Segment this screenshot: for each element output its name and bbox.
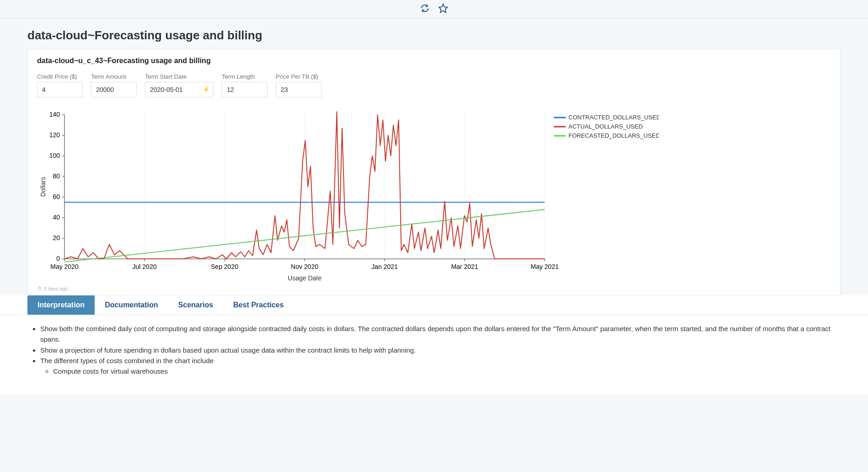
meta-timestamp: ⏱ 3 days ago xyxy=(37,286,831,291)
card: data-cloud~u_c_43~Forecasting usage and … xyxy=(27,49,841,295)
legend-label: ACTUAL_DOLLARS_USED xyxy=(568,123,643,130)
page-title: data-cloud~Forecasting usage and billing xyxy=(27,28,841,43)
y-tick-label: 60 xyxy=(53,193,60,200)
x-axis-label: Usage Date xyxy=(288,274,321,282)
chart-area: 020406080100120140DollarsMay 2020Jul 202… xyxy=(37,106,831,284)
refresh-icon[interactable] xyxy=(420,3,430,15)
interpretation-bullet: The different types of costs combined in… xyxy=(40,355,841,377)
y-tick-label: 40 xyxy=(53,214,60,221)
credit-price-input[interactable] xyxy=(37,82,83,97)
interpretation-bullet: Show both the combined daily cost of com… xyxy=(40,323,841,345)
tab-best-practices[interactable]: Best Practices xyxy=(223,295,294,315)
lightning-icon[interactable]: ⚡ xyxy=(203,86,210,93)
term-length-input[interactable] xyxy=(222,82,268,97)
x-tick-label: May 2021 xyxy=(530,263,559,270)
param-credit-price: Credit Price ($) xyxy=(37,73,83,97)
tab-interpretation[interactable]: Interpretation xyxy=(27,295,95,315)
price-per-tb-input[interactable] xyxy=(276,82,321,97)
interpretation-bullet: Show a projection of future spending in … xyxy=(40,345,841,355)
x-tick-label: Jul 2020 xyxy=(133,263,157,270)
param-label: Price Per TB ($) xyxy=(276,73,321,80)
param-term-length: Term Length xyxy=(222,73,268,97)
line-chart: 020406080100120140DollarsMay 2020Jul 202… xyxy=(37,110,659,284)
legend: CONTRACTED_DOLLARS_USEDACTUAL_DOLLARS_US… xyxy=(554,114,659,139)
y-tick-label: 120 xyxy=(49,131,60,139)
y-tick-label: 140 xyxy=(49,111,60,118)
param-price-per-tb: Price Per TB ($) xyxy=(276,73,321,97)
param-label: Credit Price ($) xyxy=(37,73,83,80)
param-label: Term Length xyxy=(222,73,268,80)
tab-documentation[interactable]: Documentation xyxy=(95,295,168,315)
star-icon[interactable] xyxy=(438,3,448,15)
param-term-amount: Term Amount xyxy=(91,73,137,97)
x-tick-label: Mar 2021 xyxy=(451,263,478,270)
y-axis-label: Dollars xyxy=(39,177,47,197)
y-tick-label: 80 xyxy=(53,172,60,180)
x-tick-label: Nov 2020 xyxy=(291,263,318,270)
y-tick-label: 20 xyxy=(53,234,60,241)
topbar xyxy=(0,0,868,18)
x-tick-label: Jan 2021 xyxy=(371,263,398,270)
tabs: InterpretationDocumentationScenariosBest… xyxy=(0,295,868,315)
term-amount-input[interactable] xyxy=(91,82,137,97)
sub-title: data-cloud~u_c_43~Forecasting usage and … xyxy=(37,57,831,65)
x-tick-label: Sep 2020 xyxy=(211,263,238,270)
tab-scenarios[interactable]: Scenarios xyxy=(168,295,223,315)
parameter-row: Credit Price ($) Term Amount Term Start … xyxy=(37,73,831,97)
interpretation-sub-bullet: Compute costs for virtual warehouses xyxy=(53,366,841,376)
svg-marker-0 xyxy=(439,4,447,12)
y-tick-label: 0 xyxy=(56,255,60,262)
x-tick-label: May 2020 xyxy=(50,263,79,270)
param-label: Term Start Date xyxy=(145,73,214,80)
legend-label: FORECASTED_DOLLARS_USED xyxy=(568,132,659,139)
y-tick-label: 100 xyxy=(49,152,60,159)
param-term-start-date: Term Start Date ⚡ xyxy=(145,73,214,97)
legend-label: CONTRACTED_DOLLARS_USED xyxy=(568,114,659,121)
tab-content-interpretation: Show both the combined daily cost of com… xyxy=(0,315,868,395)
param-label: Term Amount xyxy=(91,73,137,80)
